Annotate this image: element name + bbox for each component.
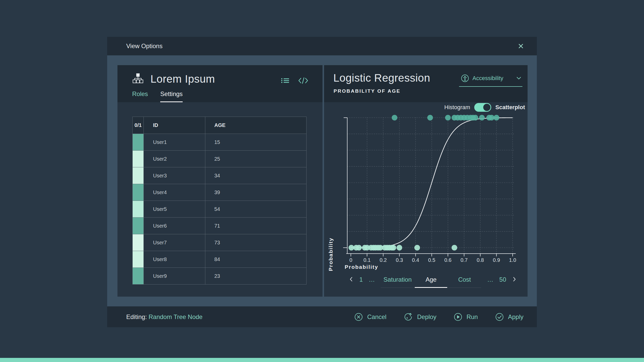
table-row[interactable]: User225 [133,150,306,167]
chevron-down-icon [516,76,521,80]
page-previous-icon[interactable] [349,275,353,282]
editing-value: Random Tree Node [149,313,202,320]
tree-icon [131,73,144,85]
column-header-age: AGE [205,117,306,134]
id-cell: User6 [143,218,205,234]
cancel-button[interactable]: Cancel [354,312,386,322]
binary-swatch-cell [133,134,143,150]
binary-swatch-cell [133,218,143,234]
pagination: 1 … Saturation Age Cost … 50 [349,275,517,288]
age-cell: 23 [205,268,306,284]
view-options-modal: View Options Lorem Ipsum [107,37,537,327]
page-item-1[interactable]: 1 [359,275,363,284]
column-header-id: ID [143,117,205,134]
close-icon [517,42,524,50]
svg-text:0.9: 0.9 [493,257,500,263]
table-row[interactable]: User115 [133,134,306,150]
footer-actions: Cancel Deploy Run [354,312,523,322]
binary-swatch-cell [133,268,143,284]
editing-label: Editing: [126,313,147,320]
id-cell: User4 [143,184,205,201]
svg-text:0.5: 0.5 [428,257,435,263]
run-button[interactable]: Run [453,312,478,322]
svg-text:0.4: 0.4 [412,257,419,263]
left-panel-title: Lorem Ipsum [150,73,215,85]
modal-footer: Editing: Random Tree Node Cancel Deploy [107,306,537,327]
code-icon[interactable] [298,76,309,85]
bottom-accent-strip [0,358,644,362]
age-cell: 71 [205,218,306,234]
modal-header: View Options [107,37,537,55]
accessibility-icon [461,74,469,83]
view-toggle-switch[interactable] [474,103,491,112]
y-axis-title: Probability [328,196,334,271]
page-item-cost[interactable]: Cost [448,275,481,284]
column-header-binary: 0/1 [133,117,143,134]
svg-text:0.8: 0.8 [477,257,484,263]
tab-settings[interactable]: Settings [160,90,183,102]
age-cell: 34 [205,167,306,184]
run-label: Run [467,313,478,321]
logistic-regression-chart: 00.10.20.30.40.50.60.70.80.91.0 [343,113,523,264]
binary-swatch-cell [133,201,143,217]
left-panel-tabs: Roles Settings [132,90,183,102]
dropdown-label: Accessibility [472,75,513,82]
deploy-label: Deploy [417,313,436,321]
close-button[interactable] [516,41,526,51]
apply-button[interactable]: Apply [495,312,523,322]
page-item-50[interactable]: 50 [499,275,506,284]
svg-text:0.7: 0.7 [461,257,468,263]
apply-label: Apply [508,313,523,321]
users-table: 0/1 ID AGE User115User225User334User439U… [132,117,307,285]
apply-icon [495,312,504,322]
deploy-icon [403,312,413,322]
id-cell: User2 [143,151,205,167]
binary-swatch-cell [133,167,143,184]
age-cell: 15 [205,134,306,150]
toggle-knob [483,104,490,111]
age-cell: 54 [205,201,306,217]
table-row[interactable]: User923 [133,268,306,284]
chart-view-toggle-row: Histogram Scatterplot [444,103,525,112]
table-row[interactable]: User439 [133,184,306,201]
table-row[interactable]: User884 [133,251,306,268]
table-row[interactable]: User671 [133,217,306,234]
run-icon [453,312,463,322]
table-row[interactable]: User554 [133,201,306,217]
svg-text:0.3: 0.3 [396,257,403,263]
right-panel: Logistic Regression PROBABILITY OF AGE A… [324,65,528,297]
modal-body: Lorem Ipsum Roles [107,55,537,306]
table-header-row: 0/1 ID AGE [133,117,306,134]
toggle-label-histogram[interactable]: Histogram [444,104,470,111]
svg-text:0.2: 0.2 [380,257,387,263]
page-item-saturation[interactable]: Saturation [381,275,414,284]
right-panel-header: Logistic Regression PROBABILITY OF AGE A… [324,65,528,102]
modal-title: View Options [126,42,163,50]
svg-text:0: 0 [349,257,352,263]
accessibility-dropdown[interactable]: Accessibility [459,72,522,87]
age-cell: 84 [205,251,306,268]
svg-text:0.1: 0.1 [363,257,371,263]
id-cell: User8 [143,251,205,268]
list-icon[interactable] [280,76,290,85]
svg-text:0.6: 0.6 [444,257,452,263]
age-cell: 73 [205,234,306,251]
tab-roles[interactable]: Roles [132,90,148,102]
editing-status: Editing: Random Tree Node [126,313,202,321]
binary-swatch-cell [133,184,143,201]
svg-text:1.0: 1.0 [509,257,516,263]
toggle-label-scatterplot[interactable]: Scatterplot [495,104,525,111]
page-next-icon[interactable] [512,275,517,282]
id-cell: User9 [143,268,205,284]
binary-swatch-cell [133,234,143,251]
chart-area: Histogram Scatterplot 00.10.20.30.40.50.… [324,102,528,297]
binary-swatch-cell [133,251,143,268]
deploy-button[interactable]: Deploy [403,312,436,322]
table-row[interactable]: User334 [133,167,306,184]
left-panel: Lorem Ipsum Roles [117,65,323,297]
cancel-label: Cancel [367,313,386,321]
cancel-icon [354,312,363,322]
x-axis-title: Probability [345,264,378,270]
page-item-age[interactable]: Age [414,275,448,284]
table-row[interactable]: User773 [133,234,306,251]
